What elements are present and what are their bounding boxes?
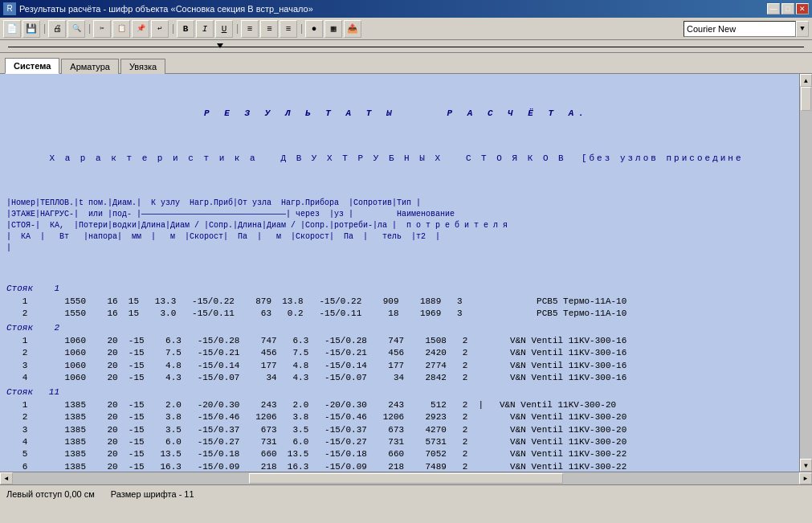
data-row: 4 1060 20 -15 4.3 -15/0.07 34 4.3 -15/0.…	[6, 372, 786, 384]
scroll-track[interactable]	[800, 87, 812, 459]
ruler-marker	[217, 43, 223, 48]
copy-button[interactable]: 📋	[112, 20, 130, 38]
horizontal-scrollbar[interactable]: ◄ ►	[0, 472, 812, 484]
stoyak-header: Стояк 1	[6, 282, 786, 296]
font-dropdown-button[interactable]: ▼	[796, 21, 809, 37]
grid-button[interactable]: ▦	[324, 20, 342, 38]
left-indent-status: Левый отступ 0,00 см	[6, 489, 95, 499]
stoyak-header: Стояк 2	[6, 321, 786, 335]
bold-button[interactable]: B	[177, 20, 194, 38]
content-area: Р Е З У Л Ь Т А Т Ы Р А С Ч Ё Т А. Х а р…	[0, 74, 812, 484]
italic-button[interactable]: I	[196, 20, 214, 38]
minimize-button[interactable]: —	[767, 3, 780, 14]
font-input[interactable]	[683, 21, 796, 37]
col-header-row: |Номер|ТЕПЛОВ.|t пом.|Диам.| К узлу Нагр…	[6, 198, 786, 209]
data-row: 6 1385 20 -15 16.3 -15/0.09 218 16.3 -15…	[6, 461, 786, 472]
toolbar-separator-2	[87, 20, 92, 38]
paste-button[interactable]: 📌	[132, 20, 149, 38]
data-row: 4 1385 20 -15 6.0 -15/0.27 731 6.0 -15/0…	[6, 436, 786, 448]
app-icon: R	[3, 2, 16, 15]
col-header-row: |СТОЯ-| КА, |Потери|водки|Длина|Диам / |…	[6, 220, 786, 231]
toolbar: 📄 💾 🖨 🔍 ✂ 📋 📌 ↩ B I U ≡ ≡ ≡ ● ▦ 📤 ▼	[0, 18, 812, 40]
hscroll-right-button[interactable]: ►	[799, 472, 812, 484]
hscroll-track[interactable]	[13, 472, 799, 484]
content-wrapper: Р Е З У Л Ь Т А Т Ы Р А С Ч Ё Т А. Х а р…	[0, 74, 812, 472]
ruler	[0, 40, 812, 53]
cut-button[interactable]: ✂	[93, 20, 111, 38]
font-selector-area: ▼	[683, 21, 809, 37]
window-title: Результаты расчёта - шифр объекта «Сосно…	[19, 4, 767, 14]
undo-button[interactable]: ↩	[151, 20, 169, 38]
data-row: 1 1060 20 -15 6.3 -15/0.28 747 6.3 -15/0…	[6, 335, 786, 347]
data-row: 1 1550 16 15 13.3 -15/0.22 879 13.8 -15/…	[6, 296, 786, 308]
tab-armatura[interactable]: Арматура	[61, 59, 119, 74]
preview-button[interactable]: 🔍	[67, 20, 85, 38]
hscroll-thumb[interactable]	[249, 473, 564, 484]
align-right-button[interactable]: ≡	[280, 20, 297, 38]
underline-button[interactable]: U	[215, 20, 233, 38]
document-content: Р Е З У Л Ь Т А Т Ы Р А С Ч Ё Т А. Х а р…	[0, 74, 799, 472]
save-button[interactable]: 💾	[22, 20, 40, 38]
scroll-down-button[interactable]: ▼	[800, 459, 812, 472]
data-row: 3 1385 20 -15 3.5 -15/0.37 673 3.5 -15/0…	[6, 424, 786, 436]
title-bar: R Результаты расчёта - шифр объекта «Сос…	[0, 0, 812, 18]
data-row: 5 1385 20 -15 13.5 -15/0.18 660 13.5 -15…	[6, 448, 786, 460]
sections-container: Стояк 1 1 1550 16 15 13.3 -15/0.22 879 1…	[6, 282, 786, 472]
export-button[interactable]: 📤	[344, 20, 361, 38]
maximize-button[interactable]: □	[781, 3, 794, 14]
tab-sistema[interactable]: Система	[5, 58, 59, 74]
toolbar-separator-5	[299, 20, 304, 38]
hscroll-left-button[interactable]: ◄	[0, 472, 13, 484]
col-headers: |Номер|ТЕПЛОВ.|t пом.|Диам.| К узлу Нагр…	[6, 198, 786, 254]
doc-title: Р Е З У Л Ь Т А Т Ы Р А С Ч Ё Т А.	[6, 107, 786, 121]
data-row: 2 1385 20 -15 3.8 -15/0.46 1206 3.8 -15/…	[6, 411, 786, 423]
status-bar: Левый отступ 0,00 см Размер шрифта - 11	[0, 484, 812, 502]
ruler-line	[8, 47, 804, 47]
scroll-area: Р Е З У Л Ь Т А Т Ы Р А С Ч Ё Т А. Х а р…	[0, 74, 812, 472]
col-header-row: |	[6, 243, 786, 254]
toolbar-separator-3	[170, 20, 175, 38]
doc-subtitle: Х а р а к т е р и с т и к а Д В У Х Т Р …	[6, 152, 786, 165]
col-header-row: |ЭТАЖЕ|НАГРУС-| или |под- |—————————————…	[6, 209, 786, 220]
data-row: 2 1550 16 15 3.0 -15/0.11 63 0.2 -15/0.1…	[6, 308, 786, 320]
window-controls: — □ ✕	[767, 3, 809, 14]
close-button[interactable]: ✕	[796, 3, 809, 14]
align-left-button[interactable]: ≡	[241, 20, 259, 38]
tab-uvyazka[interactable]: Увязка	[120, 59, 165, 74]
data-row: 2 1060 20 -15 7.5 -15/0.21 456 7.5 -15/0…	[6, 347, 786, 359]
font-size-status: Размер шрифта - 11	[111, 489, 194, 499]
toolbar-separator-4	[235, 20, 239, 38]
new-button[interactable]: 📄	[3, 20, 21, 38]
circle-button[interactable]: ●	[305, 20, 323, 38]
col-header-row: | КА | Вт |напора| мм | м |Скорост| Па |…	[6, 231, 786, 243]
print-button[interactable]: 🖨	[48, 20, 66, 38]
data-row: 3 1060 20 -15 4.8 -15/0.14 177 4.8 -15/0…	[6, 360, 786, 372]
tab-bar: Система Арматура Увязка	[0, 53, 812, 74]
toolbar-separator-1	[42, 20, 47, 38]
align-center-button[interactable]: ≡	[260, 20, 278, 38]
data-row: 1 1385 20 -15 2.0 -20/0.30 243 2.0 -20/0…	[6, 399, 786, 411]
vertical-scrollbar[interactable]: ▲ ▼	[799, 74, 812, 472]
scroll-up-button[interactable]: ▲	[800, 74, 812, 87]
scroll-thumb[interactable]	[801, 87, 811, 111]
stoyak-header: Стояк 11	[6, 386, 786, 399]
